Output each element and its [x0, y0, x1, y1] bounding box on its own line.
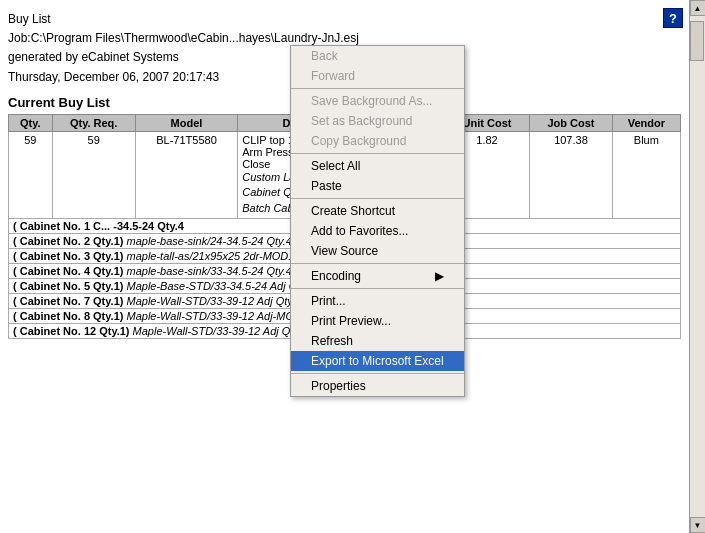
- scroll-up-button[interactable]: ▲: [690, 0, 706, 16]
- cell-vendor: Blum: [612, 131, 680, 218]
- scrollbar-thumb[interactable]: [690, 21, 704, 61]
- scrollbar-track: [690, 16, 705, 517]
- ctx-separator-13: [291, 263, 464, 264]
- ctx-item-add-to-favorites[interactable]: Add to Favorites...: [291, 221, 464, 241]
- ctx-separator-2: [291, 88, 464, 89]
- ctx-item-select-all[interactable]: Select All: [291, 156, 464, 176]
- col-vendor: Vendor: [612, 114, 680, 131]
- cell-qty: 59: [9, 131, 53, 218]
- ctx-item-back: Back: [291, 46, 464, 66]
- ctx-separator-9: [291, 198, 464, 199]
- ctx-item-export-to-microsoft-excel[interactable]: Export to Microsoft Excel: [291, 351, 464, 371]
- ctx-item-refresh[interactable]: Refresh: [291, 331, 464, 351]
- ctx-item-encoding[interactable]: Encoding▶: [291, 266, 464, 286]
- ctx-arrow-icon: ▶: [435, 269, 444, 283]
- col-qty-req: Qty. Req.: [52, 114, 135, 131]
- ctx-item-forward: Forward: [291, 66, 464, 86]
- header-line1: Buy List: [8, 10, 681, 29]
- cell-qty-req: 59: [52, 131, 135, 218]
- ctx-item-save-background-as: Save Background As...: [291, 91, 464, 111]
- ctx-item-paste[interactable]: Paste: [291, 176, 464, 196]
- ctx-item-create-shortcut[interactable]: Create Shortcut: [291, 201, 464, 221]
- col-job-cost: Job Cost: [530, 114, 613, 131]
- ctx-item-copy-background: Copy Background: [291, 131, 464, 151]
- ctx-item-view-source[interactable]: View Source: [291, 241, 464, 261]
- ctx-item-set-as-background: Set as Background: [291, 111, 464, 131]
- ctx-label-encoding: Encoding: [311, 269, 361, 283]
- ctx-item-print[interactable]: Print...: [291, 291, 464, 311]
- ctx-separator-6: [291, 153, 464, 154]
- col-model: Model: [135, 114, 237, 131]
- scroll-down-button[interactable]: ▼: [690, 517, 706, 533]
- cell-job-cost: 107.38: [530, 131, 613, 218]
- ctx-separator-15: [291, 288, 464, 289]
- context-menu: BackForwardSave Background As...Set as B…: [290, 45, 465, 397]
- ctx-item-properties[interactable]: Properties: [291, 376, 464, 396]
- scrollbar[interactable]: ▲ ▼: [689, 0, 705, 533]
- ctx-item-print-preview[interactable]: Print Preview...: [291, 311, 464, 331]
- ctx-separator-20: [291, 373, 464, 374]
- col-qty: Qty.: [9, 114, 53, 131]
- cell-model: BL-71T5580: [135, 131, 237, 218]
